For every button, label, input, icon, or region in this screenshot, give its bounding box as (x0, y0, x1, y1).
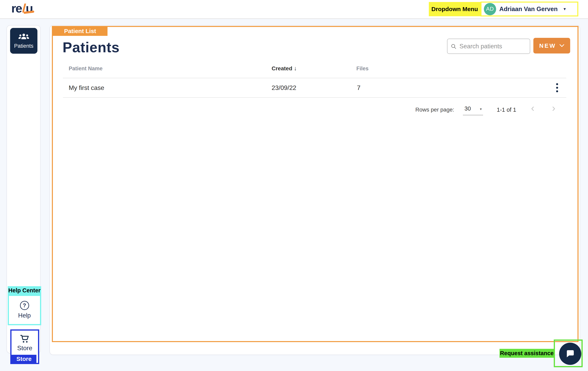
select-caret-icon: ▼ (479, 107, 482, 111)
row-actions-kebab-icon[interactable] (554, 81, 561, 94)
user-name: Adriaan Van Gerven (499, 6, 558, 13)
sidebar-item-patients[interactable]: Patients (10, 28, 37, 54)
column-header-patient-name[interactable]: Patient Name (69, 65, 103, 72)
store-annotation-label: Store (11, 355, 36, 363)
help-question-icon: ? (20, 301, 29, 310)
chat-bubble-icon (565, 348, 576, 360)
dropdown-menu-annotation-label: Dropdown Menu (429, 2, 481, 16)
rows-per-page-select[interactable]: 30 ▼ (463, 105, 483, 115)
search-icon (451, 43, 457, 50)
patient-name-cell: My first case (69, 84, 104, 92)
patient-list-annotation-label: Patient List (53, 26, 107, 36)
new-button[interactable]: NEW (533, 38, 570, 53)
previous-page-button[interactable]: ‹ (530, 103, 536, 113)
column-header-created-label: Created (272, 65, 292, 72)
logo-text-re: re (11, 1, 22, 15)
rows-per-page-label: Rows per page: (415, 106, 454, 113)
request-assistance-annotation-label: Request assistance (500, 349, 554, 358)
avatar: AD (484, 3, 496, 15)
chevron-down-icon: ▼ (563, 7, 567, 11)
sidebar-item-patients-label: Patients (14, 43, 33, 49)
help-center-annotation-label: Help Center (8, 286, 41, 295)
patient-list-card (50, 25, 580, 355)
shopping-cart-icon (19, 334, 30, 344)
search-input[interactable] (459, 42, 527, 50)
chevron-down-icon (559, 44, 565, 47)
table-row[interactable]: My first case 23/09/22 7 (63, 78, 566, 97)
new-button-label: NEW (539, 42, 556, 49)
request-assistance-chat-button[interactable] (559, 343, 581, 365)
created-cell: 23/09/22 (272, 84, 296, 92)
sidebar-item-help-label: Help (18, 312, 31, 319)
rows-per-page-value: 30 (464, 105, 471, 112)
search-patients-box (447, 39, 530, 54)
patients-group-icon (18, 33, 30, 41)
sidebar-item-help[interactable]: ? Help (8, 295, 41, 325)
sidebar-item-store[interactable]: Store Store (10, 329, 39, 364)
next-page-button[interactable]: › (551, 103, 556, 113)
table-divider (63, 97, 566, 98)
user-menu-button[interactable]: AD Adriaan Van Gerven ▼ (481, 1, 578, 16)
column-header-files[interactable]: Files (356, 65, 369, 72)
page-title: Patients (63, 39, 120, 55)
sidebar-item-store-label: Store (17, 344, 32, 352)
sort-descending-icon: ↓ (294, 65, 297, 72)
files-cell: 7 (357, 84, 360, 92)
column-header-created[interactable]: Created↓ (272, 65, 297, 72)
pagination-range: 1-1 of 1 (497, 106, 516, 113)
relu-logo[interactable]: relu (11, 1, 33, 15)
